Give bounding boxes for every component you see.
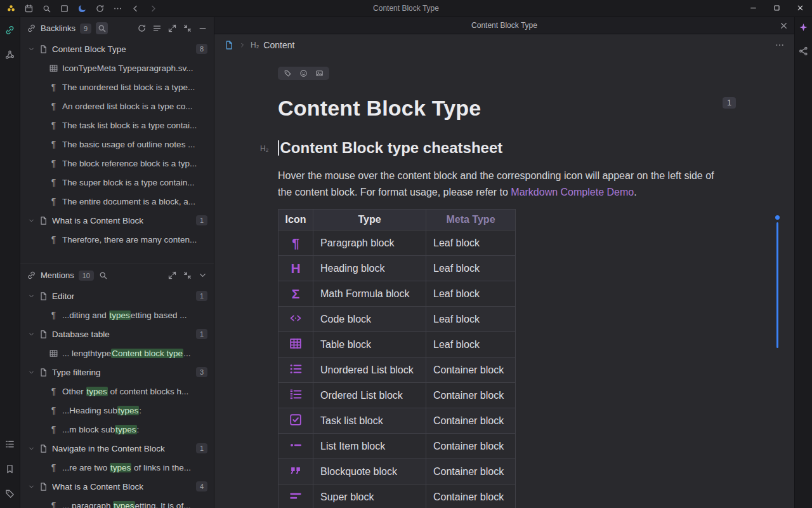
document-icon[interactable] [224, 40, 234, 50]
expand-icon[interactable] [167, 271, 177, 280]
scrollbar[interactable] [776, 222, 778, 348]
table-cell-type: Paragraph block [313, 231, 426, 256]
sync-refresh-icon[interactable] [91, 0, 108, 17]
breadcrumb-item[interactable]: Content [263, 40, 294, 50]
editor[interactable]: Content Block Type 1 H₂ Content Block ty… [214, 55, 794, 508]
ai-sparkle-icon[interactable] [798, 22, 809, 33]
tree-item-label: An ordered list block is a type co... [62, 102, 193, 111]
match-highlight: types [113, 501, 134, 508]
chevron-down-icon[interactable] [28, 445, 35, 452]
doc-title[interactable]: Content Block Type [278, 96, 481, 121]
daily-note-icon[interactable] [20, 0, 37, 17]
doc-title-row: Content Block Type 1 [278, 96, 736, 121]
theme-moon-icon[interactable] [73, 0, 91, 17]
scroll-indicator-dot[interactable] [775, 215, 780, 220]
paragraph[interactable]: Hover the mouse over the content block a… [278, 168, 723, 201]
pilcrow-icon: ¶ [49, 311, 58, 320]
table-cell-type: Unordered List block [313, 358, 426, 383]
document-icon [39, 291, 48, 301]
tree-item-row[interactable]: ¶ The super block is a type contain... [20, 173, 214, 192]
collapse-icon[interactable] [183, 271, 192, 280]
left-dock-bottom [4, 439, 15, 499]
bookmark-dock-icon[interactable] [4, 464, 15, 474]
table-icon [289, 337, 303, 351]
mentions-tree: Editor 1 ¶ ...diting and typesetting bas… [20, 286, 214, 508]
tree-item-row[interactable]: ¶ ... paragraph typesetting. It is of... [20, 496, 214, 508]
backlinks-search-icon[interactable] [96, 22, 108, 34]
titlebar-toolbar [0, 0, 162, 17]
tree-item-row[interactable]: ¶ The task list block is a type contai..… [20, 116, 214, 135]
table-cell-meta: Leaf block [426, 332, 516, 358]
section-heading[interactable]: Content Block type cheatsheet [278, 139, 736, 157]
share-graph-icon[interactable] [798, 46, 809, 57]
forward-icon[interactable] [144, 0, 162, 17]
table-cell-type: Super block [313, 485, 426, 508]
chevron-down-icon[interactable] [28, 293, 35, 300]
app-logo-icon[interactable] [2, 0, 20, 17]
minimize-button[interactable] [742, 0, 765, 17]
backlinks-tree: Content Block Type 8 IconTypeMeta Typepa… [20, 39, 214, 249]
graph-dock-icon[interactable] [4, 50, 15, 60]
chevron-down-icon[interactable] [28, 46, 35, 53]
tree-item-row[interactable]: ¶ The unordered list block is a type... [20, 77, 214, 97]
tree-doc-row[interactable]: Database table 1 [20, 324, 214, 344]
tree-item-row[interactable]: ¶ ...re are two types of links in the... [20, 458, 214, 477]
collapse-icon[interactable] [183, 23, 192, 33]
close-button[interactable] [789, 0, 812, 17]
tag-dock-icon[interactable] [4, 488, 15, 499]
tag-icon[interactable] [284, 69, 292, 77]
list-item-icon [289, 438, 303, 452]
pilcrow-icon: ¶ [49, 387, 58, 396]
tree-item-row[interactable]: ¶ The entire document is a block, a... [20, 192, 214, 211]
text-caret [278, 140, 279, 156]
tab-close-icon[interactable] [779, 21, 789, 30]
tree-item-row[interactable]: ¶ The basic usage of outline notes ... [20, 135, 214, 154]
tree-item-row[interactable]: ... lengthtypeContent block type... [20, 344, 214, 363]
minimize-panel-icon[interactable] [198, 23, 207, 33]
more-menu-icon[interactable] [108, 0, 126, 17]
chevron-down-icon[interactable] [28, 217, 35, 224]
tree-doc-row[interactable]: Type filtering 3 [20, 363, 214, 382]
tree-item-row[interactable]: ¶ Therefore, there are many conten... [20, 230, 214, 249]
pilcrow-icon: ¶ [49, 501, 58, 508]
dock-panel-icon[interactable] [55, 0, 73, 17]
tree-doc-row[interactable]: What is a Content Block 1 [20, 211, 214, 230]
tree-item-row[interactable]: ¶ ...diting and typesetting based ... [20, 305, 214, 324]
table-cell-meta: Container block [426, 434, 516, 459]
tree-item-row[interactable]: ¶ ...m block subtypes: [20, 420, 214, 439]
doc-ref-count-badge[interactable]: 1 [723, 97, 736, 109]
mentions-tools [167, 271, 207, 280]
tree-item-row[interactable]: ¶ ...Heading subtypes: [20, 401, 214, 420]
tree-item-row[interactable]: IconTypeMeta Typeparagraph.sv... [20, 58, 214, 77]
pilcrow-icon: ¶ [49, 121, 58, 130]
breadcrumb-more-icon[interactable] [775, 40, 785, 50]
markdown-demo-link[interactable]: Markdown Complete Demo [511, 187, 634, 197]
table-row: ¶ Paragraph block Leaf block [278, 231, 516, 256]
chevron-down-icon[interactable] [28, 331, 35, 338]
emoji-icon[interactable] [299, 69, 308, 77]
sort-lines-icon[interactable] [152, 23, 162, 33]
tree-doc-row[interactable]: Navigate in the Content Block 1 [20, 439, 214, 458]
chevron-down-icon[interactable] [28, 483, 35, 490]
tree-item-label: The task list block is a type contai... [62, 121, 197, 130]
refresh-icon[interactable] [137, 23, 147, 33]
outline-dock-icon[interactable] [4, 439, 15, 450]
chevron-down-icon[interactable] [28, 369, 35, 376]
backlinks-dock-icon[interactable] [4, 25, 15, 36]
search-icon[interactable] [37, 0, 55, 17]
back-icon[interactable] [126, 0, 144, 17]
mentions-search-icon[interactable] [98, 271, 108, 280]
expand-icon[interactable] [167, 23, 177, 33]
table-cell-meta: Container block [426, 358, 516, 383]
chevron-down-icon[interactable] [198, 271, 207, 280]
image-icon[interactable] [315, 69, 324, 77]
tree-item-label: ... paragraph typesetting. It is of... [62, 501, 190, 508]
tree-item-row[interactable]: ¶ The block reference block is a typ... [20, 154, 214, 173]
tab-title[interactable]: Content Block Type [471, 21, 537, 30]
tree-doc-row[interactable]: Editor 1 [20, 286, 214, 305]
tree-doc-row[interactable]: What is a Content Block 4 [20, 477, 214, 496]
tree-doc-row[interactable]: Content Block Type 8 [20, 39, 214, 58]
tree-item-row[interactable]: ¶ An ordered list block is a type co... [20, 97, 214, 116]
maximize-button[interactable] [765, 0, 789, 17]
tree-item-row[interactable]: ¶ Other types of content blocks h... [20, 382, 214, 401]
